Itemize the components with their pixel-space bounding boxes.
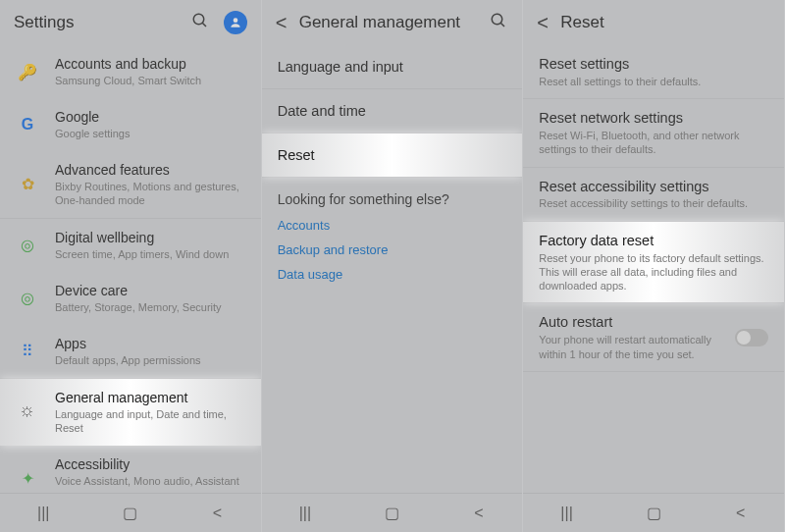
nav-bar: ||| ▢ < [262, 493, 523, 532]
settings-item-title: Accounts and backup [55, 55, 247, 73]
svg-point-0 [193, 14, 204, 25]
settings-item-sub: Bixby Routines, Motions and gestures, On… [55, 180, 247, 208]
nav-bar: ||| ▢ < [0, 493, 261, 532]
settings-item[interactable]: ⛭General managementLanguage and input, D… [0, 379, 261, 446]
profile-avatar[interactable] [224, 11, 247, 34]
reset-item-sub: Reset your phone to its factory default … [539, 251, 768, 293]
settings-panel: Settings 🔑Accounts and backupSamsung Clo… [0, 0, 262, 532]
auto-restart-toggle[interactable] [735, 329, 768, 346]
search-icon[interactable] [190, 12, 210, 34]
gm-item[interactable]: Language and input [262, 45, 523, 88]
settings-title: Settings [14, 13, 190, 32]
suggestion-link[interactable]: Data usage [262, 262, 523, 287]
reset-item-sub: Reset accessibility settings to their de… [539, 196, 768, 210]
general-management-panel: < General management Language and inputD… [262, 0, 524, 532]
reset-item-title: Reset settings [539, 55, 768, 74]
svg-line-4 [501, 23, 505, 27]
settings-item-sub: Default apps, App permissions [55, 353, 247, 367]
reset-item[interactable]: Reset settingsReset all settings to thei… [523, 45, 784, 98]
reset-item[interactable]: Reset network settingsReset Wi-Fi, Bluet… [523, 99, 784, 166]
search-icon[interactable] [489, 12, 508, 34]
settings-list: 🔑Accounts and backupSamsung Cloud, Smart… [0, 45, 261, 493]
svg-point-3 [493, 14, 503, 25]
reset-item-title: Factory data reset [539, 232, 768, 250]
reset-item[interactable]: Auto restartYour phone will restart auto… [523, 303, 784, 370]
settings-item-title: Apps [55, 335, 247, 352]
settings-item[interactable]: ⠿AppsDefault apps, App permissions [0, 325, 261, 378]
reset-item[interactable]: Factory data resetReset your phone to it… [523, 222, 784, 303]
nav-home[interactable]: ▢ [106, 504, 155, 522]
settings-item-title: Accessibility [55, 455, 247, 473]
settings-item-icon: ◎ [14, 285, 41, 312]
nav-recent[interactable]: ||| [543, 505, 592, 522]
suggestion-link[interactable]: Backup and restore [262, 238, 523, 262]
reset-header: < Reset [523, 0, 784, 45]
gm-item-title: Date and time [278, 102, 366, 121]
gm-item[interactable]: Reset [262, 133, 523, 177]
reset-item-title: Reset network settings [539, 109, 768, 128]
settings-item-icon: ◎ [14, 232, 41, 259]
reset-item-title: Auto restart [539, 313, 725, 332]
svg-point-2 [233, 18, 237, 23]
nav-bar: ||| ▢ < [523, 493, 784, 532]
gm-header: < General management [262, 0, 523, 45]
settings-item-sub: Battery, Storage, Memory, Security [55, 300, 247, 314]
reset-list: Reset settingsReset all settings to thei… [523, 45, 784, 493]
gm-title: General management [299, 13, 490, 32]
settings-item-icon: G [14, 111, 41, 138]
gm-list: Language and inputDate and timeResetLook… [262, 45, 523, 493]
reset-item-sub: Reset Wi-Fi, Bluetooth, and other networ… [539, 129, 768, 157]
settings-item-sub: Google settings [55, 127, 247, 140]
nav-recent[interactable]: ||| [19, 505, 68, 522]
gm-item-title: Language and input [278, 58, 403, 77]
settings-item-title: Google [55, 108, 247, 126]
gm-item-title: Reset [278, 146, 315, 165]
nav-back[interactable]: < [192, 505, 241, 522]
settings-item-sub: Screen time, App timers, Wind down [55, 247, 247, 261]
gm-item[interactable]: Date and time [262, 89, 523, 133]
settings-item-sub: Voice Assistant, Mono audio, Assistant m… [55, 474, 247, 493]
settings-item-title: Device care [55, 282, 247, 299]
suggestion-link[interactable]: Accounts [262, 213, 523, 238]
svg-line-1 [202, 23, 206, 27]
reset-panel: < Reset Reset settingsReset all settings… [523, 0, 785, 532]
reset-item[interactable]: Reset accessibility settingsReset access… [523, 168, 784, 221]
reset-item-sub: Your phone will restart automatically wi… [539, 333, 725, 361]
reset-item-title: Reset accessibility settings [539, 178, 768, 196]
settings-item-sub: Samsung Cloud, Smart Switch [55, 74, 247, 87]
settings-item[interactable]: ✦AccessibilityVoice Assistant, Mono audi… [0, 446, 261, 493]
settings-item-title: Advanced features [55, 161, 247, 179]
settings-header: Settings [0, 0, 261, 45]
settings-item[interactable]: ✿Advanced featuresBixby Routines, Motion… [0, 151, 261, 218]
settings-item[interactable]: ◎Digital wellbeingScreen time, App timer… [0, 219, 261, 272]
nav-back[interactable]: < [454, 505, 503, 522]
settings-item-icon: ⠿ [14, 338, 41, 365]
settings-item[interactable]: GGoogleGoogle settings [0, 98, 261, 151]
reset-item-sub: Reset all settings to their defaults. [539, 75, 768, 88]
settings-item-icon: ✿ [14, 171, 41, 198]
nav-recent[interactable]: ||| [281, 505, 330, 522]
nav-home[interactable]: ▢ [629, 504, 678, 522]
back-icon[interactable]: < [537, 12, 560, 34]
nav-back[interactable]: < [716, 505, 765, 522]
looking-label: Looking for something else? [262, 178, 523, 213]
back-icon[interactable]: < [276, 12, 299, 34]
settings-item-sub: Language and input, Date and time, Reset [55, 407, 247, 436]
settings-item[interactable]: ◎Device careBattery, Storage, Memory, Se… [0, 272, 261, 325]
settings-item-title: General management [55, 389, 247, 406]
settings-item-icon: ⛭ [14, 399, 41, 426]
settings-item-icon: 🔑 [14, 58, 41, 85]
settings-item-title: Digital wellbeing [55, 229, 247, 246]
nav-home[interactable]: ▢ [367, 504, 416, 522]
settings-item-icon: ✦ [14, 464, 41, 492]
reset-title: Reset [560, 13, 770, 32]
settings-item[interactable]: 🔑Accounts and backupSamsung Cloud, Smart… [0, 45, 261, 98]
